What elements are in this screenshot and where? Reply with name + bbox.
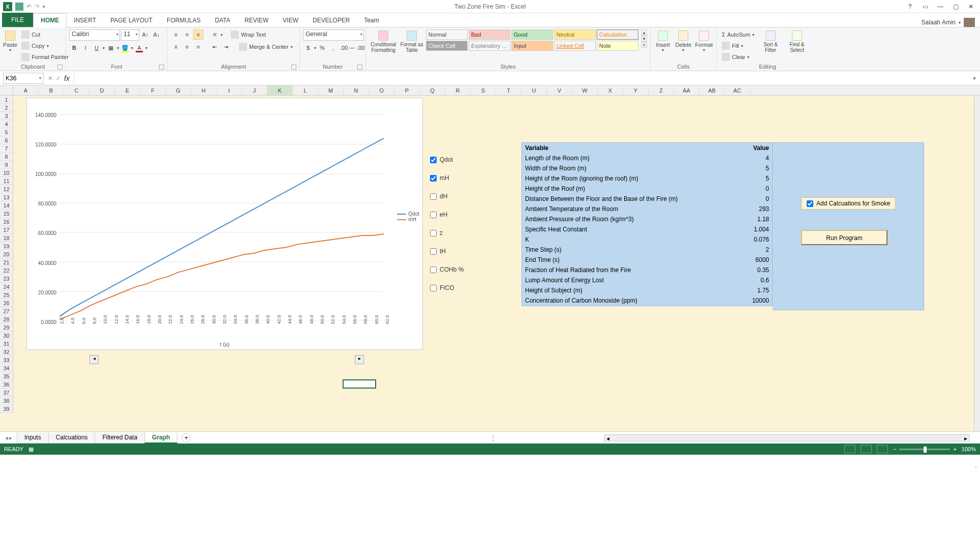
zoom-level[interactable]: 100% — [962, 446, 976, 452]
col-header-F[interactable]: F — [140, 85, 166, 95]
add-smoke-checkbox[interactable]: Add Calcuations for Smoke — [801, 197, 896, 210]
horizontal-scrollbar[interactable]: ◂ ▸ — [604, 434, 970, 441]
cut-button[interactable]: Cut — [19, 29, 71, 40]
undo-icon[interactable]: ↶ — [26, 3, 32, 10]
row-header-23[interactable]: 23 — [0, 275, 13, 283]
accounting-format-icon[interactable]: $ — [303, 43, 313, 53]
wrap-text-button[interactable]: Wrap Text — [229, 29, 268, 40]
row-header-11[interactable]: 11 — [0, 177, 13, 185]
style-input[interactable]: Input — [511, 41, 553, 51]
row-header-32[interactable]: 32 — [0, 348, 13, 356]
col-header-C[interactable]: C — [64, 85, 89, 95]
align-middle-icon[interactable]: ≡ — [182, 29, 192, 40]
col-header-L[interactable]: L — [293, 85, 318, 95]
style-linked-cell[interactable]: Linked Cell — [554, 41, 596, 51]
col-header-W[interactable]: W — [572, 85, 598, 95]
fx-icon[interactable]: fx — [64, 74, 70, 82]
row-header-29[interactable]: 29 — [0, 323, 13, 332]
orientation-icon[interactable]: ⤲ — [209, 29, 220, 40]
decrease-font-icon[interactable]: A↓ — [151, 29, 162, 40]
tab-file[interactable]: FILE — [2, 13, 33, 27]
row-header-3[interactable]: 3 — [0, 112, 13, 120]
clear-button[interactable]: Clear▾ — [720, 52, 756, 62]
paste-button[interactable]: Paste ▾ — [3, 29, 17, 52]
styles-more-icon[interactable]: ≡ — [641, 42, 647, 48]
align-bottom-icon[interactable]: ≡ — [193, 29, 203, 40]
col-header-AB[interactable]: AB — [699, 85, 725, 95]
row-header-37[interactable]: 37 — [0, 389, 13, 397]
row-header-13[interactable]: 13 — [0, 193, 13, 201]
decrease-indent-icon[interactable]: ⇤ — [209, 42, 220, 52]
page-layout-view-icon[interactable] — [861, 445, 872, 453]
col-header-R[interactable]: R — [445, 85, 471, 95]
row-header-1[interactable]: 1 — [0, 96, 13, 104]
col-header-Z[interactable]: Z — [649, 85, 674, 95]
align-right-icon[interactable]: ≡ — [193, 42, 203, 52]
col-header-K[interactable]: K — [267, 85, 293, 95]
row-header-9[interactable]: 9 — [0, 161, 13, 169]
checkbox-fico[interactable]: FICO — [430, 279, 506, 297]
name-box[interactable]: K36▾ — [3, 73, 44, 84]
sheet-tab-calcuations[interactable]: Calcuations — [48, 432, 96, 443]
row-header-27[interactable]: 27 — [0, 307, 13, 315]
conditional-formatting-button[interactable]: Conditional Formatting — [369, 29, 398, 53]
row-header-2[interactable]: 2 — [0, 104, 13, 112]
select-all-corner[interactable] — [0, 85, 13, 95]
align-center-icon[interactable]: ≡ — [182, 42, 192, 52]
align-left-icon[interactable]: ≡ — [171, 42, 181, 52]
col-header-I[interactable]: I — [217, 85, 242, 95]
autosum-button[interactable]: ΣAutoSum▾ — [720, 29, 756, 40]
copy-button[interactable]: Copy▾ — [19, 41, 71, 51]
italic-button[interactable]: I — [80, 43, 90, 53]
style-check-cell[interactable]: Check Cell — [426, 41, 468, 51]
col-header-B[interactable]: B — [39, 85, 64, 95]
merge-center-button[interactable]: Merge & Center▾ — [237, 42, 295, 52]
format-painter-button[interactable]: Format Painter — [19, 52, 71, 62]
account-area[interactable]: Salaah Amin ▾ — [922, 18, 975, 27]
row-header-30[interactable]: 30 — [0, 332, 13, 340]
style-explanatory[interactable]: Explanatory ... — [469, 41, 510, 51]
qat-customize-icon[interactable]: ▾ — [43, 4, 45, 9]
row-header-15[interactable]: 15 — [0, 210, 13, 218]
checkbox-dh[interactable]: dH — [430, 187, 506, 205]
col-header-M[interactable]: M — [318, 85, 344, 95]
fill-button[interactable]: Fill▾ — [720, 41, 756, 51]
fill-color-button[interactable]: 🪣 — [120, 43, 130, 53]
col-header-AA[interactable]: AA — [674, 85, 699, 95]
clipboard-launcher-icon[interactable] — [57, 65, 63, 70]
help-icon[interactable]: ? — [905, 3, 915, 10]
col-header-E[interactable]: E — [115, 85, 140, 95]
checkbox-mh[interactable]: mH — [430, 169, 506, 187]
row-header-36[interactable]: 36 — [0, 380, 13, 389]
number-format-select[interactable]: General▾ — [303, 29, 364, 41]
sheet-nav-last-icon[interactable]: ▸ — [9, 434, 12, 441]
underline-button[interactable]: U — [91, 43, 102, 53]
col-header-N[interactable]: N — [344, 85, 369, 95]
style-normal[interactable]: Normal — [426, 29, 468, 40]
zoom-out-icon[interactable]: − — [893, 446, 896, 452]
row-header-19[interactable]: 19 — [0, 242, 13, 250]
tab-developer[interactable]: DEVELOPER — [305, 14, 357, 27]
ribbon-options-icon[interactable]: ▭ — [920, 3, 930, 10]
sheet-body[interactable]: 0.000020.000040.000060.000080.0000100.00… — [13, 96, 974, 431]
checkbox-qdot[interactable]: Qdot — [430, 151, 506, 169]
decrease-decimal-icon[interactable]: ←.00 — [351, 43, 361, 53]
tab-formulas[interactable]: FORMULAS — [160, 14, 208, 27]
excel-icon[interactable]: X — [3, 2, 12, 11]
row-header-39[interactable]: 39 — [0, 405, 13, 413]
sheet-tab-filtered-data[interactable]: Filtered Data — [95, 432, 145, 443]
checkbox-th[interactable]: tH — [430, 242, 506, 260]
row-header-25[interactable]: 25 — [0, 291, 13, 299]
row-header-17[interactable]: 17 — [0, 226, 13, 234]
col-header-U[interactable]: U — [522, 85, 547, 95]
vertical-scrollbar[interactable] — [974, 96, 980, 431]
font-color-button[interactable]: A — [134, 43, 144, 53]
number-launcher-icon[interactable] — [357, 65, 362, 70]
formula-input[interactable] — [74, 73, 969, 84]
align-top-icon[interactable]: ≡ — [171, 29, 181, 40]
row-header-10[interactable]: 10 — [0, 169, 13, 177]
sheet-tab-inputs[interactable]: Inputs — [17, 432, 49, 443]
style-good[interactable]: Good — [511, 29, 553, 40]
minimize-icon[interactable]: — — [935, 3, 945, 10]
style-note[interactable]: Note — [597, 41, 638, 51]
